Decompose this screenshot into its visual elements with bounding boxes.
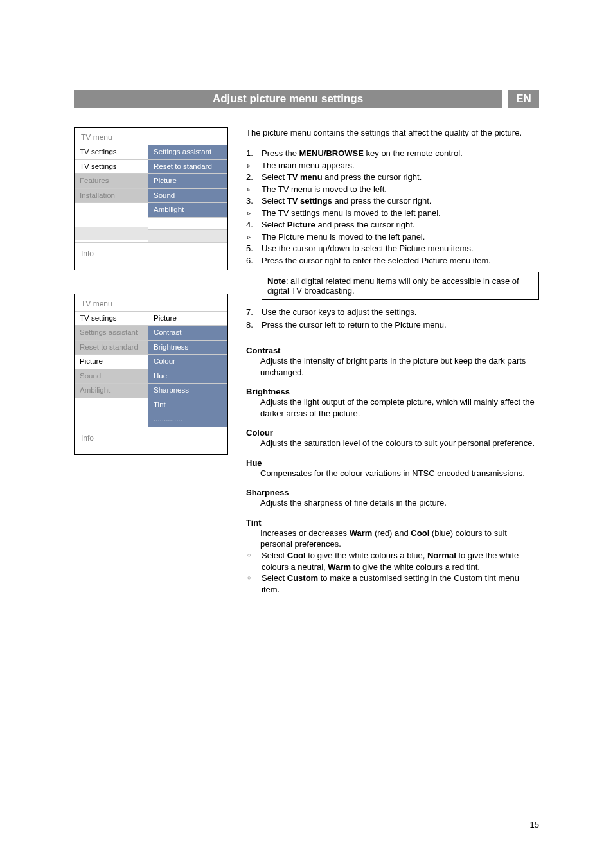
page-title: Adjust picture menu settings — [74, 90, 502, 108]
triangle-icon: ▹ — [247, 233, 251, 242]
menu1-l-item-0[interactable]: TV settings — [75, 160, 148, 175]
menu2-l-heading[interactable]: TV settings — [75, 312, 148, 326]
menu2-l-item-1[interactable]: Reset to standard — [75, 341, 148, 355]
section-brightness: Brightness Adjusts the light output of t… — [246, 387, 539, 419]
menu1-r-item-3[interactable]: Sound — [148, 189, 227, 204]
menu1-l-item-1[interactable]: Features — [75, 174, 148, 189]
step-6: 6.Press the cursor right to enter the se… — [246, 255, 539, 267]
tv-menu-box-1: TV menu TV settings TV settings Features… — [74, 127, 228, 270]
tint-bullet-2: Select Custom to make a customised setti… — [246, 572, 539, 595]
menu1-l-blank-2 — [75, 227, 148, 240]
instructions-column: The picture menu contains the settings t… — [246, 127, 539, 595]
menu1-l-blank-0 — [75, 203, 148, 215]
menu2-l-blank-0 — [75, 398, 148, 411]
section-sharpness: Sharpness Adjusts the sharpness of fine … — [246, 488, 539, 509]
menubox2-title: TV menu — [75, 294, 227, 311]
header-row: Adjust picture menu settings EN — [74, 90, 539, 108]
section-colour: Colour Adjusts the saturation level of t… — [246, 428, 539, 449]
menu1-r-blank-1 — [148, 230, 227, 242]
language-badge: EN — [508, 90, 539, 108]
menu1-r-item-0[interactable]: Settings assistant — [148, 145, 227, 160]
step-2: 2.Select TV menu and press the cursor ri… — [246, 172, 539, 183]
step-8: 8.Press the cursor left to return to the… — [246, 319, 539, 331]
step-1: 1.Press the MENU/BROWSE key on the remot… — [246, 148, 539, 159]
section-tint: Tint Increases or decreases Warm (red) a… — [246, 518, 539, 595]
menu2-r-item-4[interactable]: Sharpness — [148, 384, 227, 398]
menu2-r-item-3[interactable]: Hue — [148, 369, 227, 384]
menu2-r-item-0[interactable]: Contrast — [148, 326, 227, 341]
menu1-r-item-4[interactable]: Ambilight — [148, 203, 227, 218]
step-5: 5.Use the cursor up/down to select the P… — [246, 243, 539, 254]
step-1-sub: ▹The main menu appears. — [246, 160, 539, 172]
triangle-icon: ▹ — [247, 161, 251, 170]
section-hue: Hue Compensates for the colour variation… — [246, 458, 539, 479]
menu2-l-item-0[interactable]: Settings assistant — [75, 326, 148, 341]
menu2-l-item-4[interactable]: Ambilight — [75, 384, 148, 398]
tv-menu-box-2: TV menu TV settings Settings assistant R… — [74, 294, 228, 455]
step-3-sub: ▹The TV settings menu is moved to the le… — [246, 208, 539, 219]
menu2-l-item-2[interactable]: Picture — [75, 355, 148, 369]
menu1-r-item-2[interactable]: Picture — [148, 174, 227, 189]
menu1-r-blank-0 — [148, 218, 227, 230]
menu2-r-item-1[interactable]: Brightness — [148, 341, 227, 355]
menu1-info: Info — [75, 242, 227, 270]
menu1-l-blank-1 — [75, 215, 148, 227]
step-3: 3.Select TV settings and press the curso… — [246, 195, 539, 207]
note-box: Note: all digital related menu items wil… — [262, 272, 539, 300]
menu2-r-item-6[interactable]: .............. — [148, 412, 227, 427]
menu2-r-item-2[interactable]: Colour — [148, 355, 227, 369]
menu2-l-item-3[interactable]: Sound — [75, 369, 148, 384]
step-7: 7.Use the cursor keys to adjust the sett… — [246, 306, 539, 318]
menu2-r-item-5[interactable]: Tint — [148, 398, 227, 413]
menu2-info: Info — [75, 427, 227, 454]
section-contrast: Contrast Adjusts the intensity of bright… — [246, 346, 539, 378]
menu1-l-item-2[interactable]: Installation — [75, 189, 148, 204]
triangle-icon: ▹ — [247, 185, 251, 194]
step-4: 4.Select Picture and press the cursor ri… — [246, 219, 539, 231]
step-4-sub: ▹The Picture menu is moved to the left p… — [246, 231, 539, 243]
page-number: 15 — [530, 820, 539, 829]
menu1-l-heading[interactable]: TV settings — [75, 145, 148, 160]
triangle-icon: ▹ — [247, 209, 251, 218]
intro-text: The picture menu contains the settings t… — [246, 127, 539, 139]
step-2-sub: ▹The TV menu is moved to the left. — [246, 184, 539, 195]
tint-bullet-1: Select Cool to give the white colours a … — [246, 550, 539, 572]
menu2-r-heading[interactable]: Picture — [148, 312, 227, 326]
menubox1-title: TV menu — [75, 128, 227, 145]
menu1-r-item-1[interactable]: Reset to standard — [148, 160, 227, 175]
